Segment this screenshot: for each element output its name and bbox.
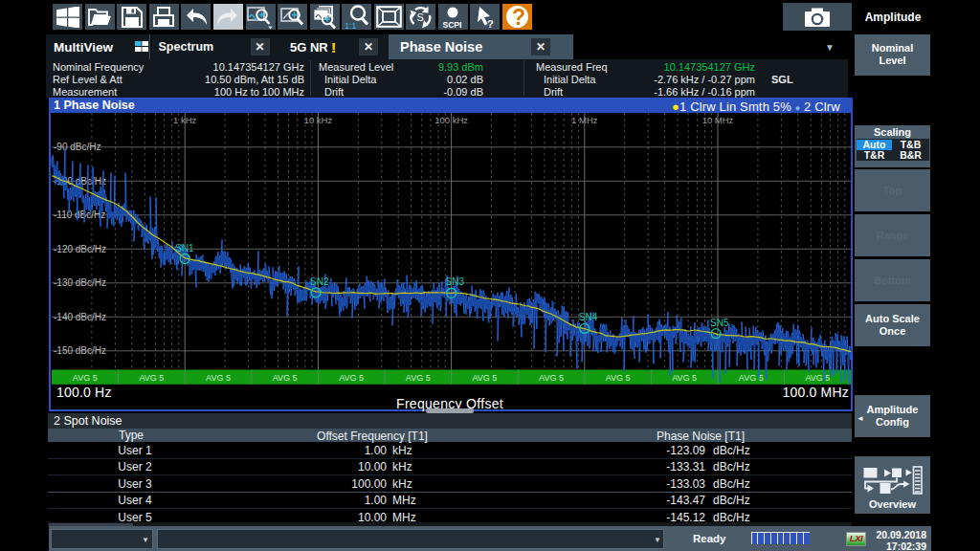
svg-text:SCPI: SCPI xyxy=(443,20,462,30)
svg-text:AVG 5: AVG 5 xyxy=(805,372,830,382)
svg-text:1 MHz: 1 MHz xyxy=(571,114,598,124)
svg-text:S: S xyxy=(417,11,424,23)
svg-text:-90 dBc/Hz: -90 dBc/Hz xyxy=(54,142,100,152)
svg-text:1:1: 1:1 xyxy=(345,21,357,31)
svg-text:1 kHz: 1 kHz xyxy=(173,114,197,124)
svg-text:-150 dBc/Hz: -150 dBc/Hz xyxy=(54,345,106,356)
svg-text:?: ? xyxy=(487,18,494,29)
svg-text:SN5: SN5 xyxy=(710,317,729,327)
svg-text:?: ? xyxy=(512,5,525,30)
svg-text:AVG 5: AVG 5 xyxy=(73,372,98,382)
svg-text:10 kHz: 10 kHz xyxy=(304,114,333,124)
svg-text:SN2: SN2 xyxy=(310,276,329,286)
svg-text:-140 dBc/Hz: -140 dBc/Hz xyxy=(54,311,106,321)
svg-text:SN4: SN4 xyxy=(579,312,598,322)
svg-text:AVG 5: AVG 5 xyxy=(339,372,364,382)
svg-text:AVG 5: AVG 5 xyxy=(539,372,564,382)
svg-text:AVG 5: AVG 5 xyxy=(273,372,298,382)
svg-text:AVG 5: AVG 5 xyxy=(606,372,631,382)
svg-text:AVG 5: AVG 5 xyxy=(672,372,697,382)
svg-text:SN3: SN3 xyxy=(446,276,465,287)
svg-text:10 MHz: 10 MHz xyxy=(702,114,734,124)
svg-text:AVG 5: AVG 5 xyxy=(472,372,497,382)
svg-text:-110 dBc/Hz: -110 dBc/Hz xyxy=(54,209,105,220)
svg-text:SN1: SN1 xyxy=(175,242,194,253)
svg-text:AVG 5: AVG 5 xyxy=(139,372,164,382)
svg-text:-120 dBc/Hz: -120 dBc/Hz xyxy=(54,243,106,253)
svg-text:100 kHz: 100 kHz xyxy=(434,114,468,124)
svg-text:AVG 5: AVG 5 xyxy=(739,372,764,382)
svg-text:AVG 5: AVG 5 xyxy=(406,372,431,382)
svg-text:AVG 5: AVG 5 xyxy=(206,372,231,382)
svg-text:-130 dBc/Hz: -130 dBc/Hz xyxy=(54,277,106,288)
